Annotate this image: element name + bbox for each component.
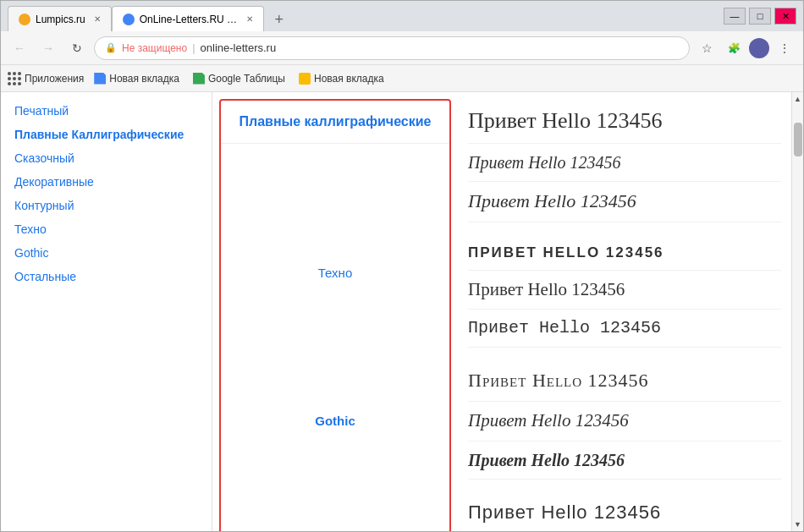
security-text: Не защищено [122,42,187,54]
font-preview-4[interactable]: ПРИВЕТ HELLO 123456 [468,236,781,271]
category-techno[interactable]: Техно [221,254,449,292]
sidebar-item-pechatny[interactable]: Печатный [1,99,212,123]
font-text-gothic2: Привет Hello 123456 [468,409,781,433]
security-icon: 🔒 [105,42,117,53]
sidebar-item-skazochny[interactable]: Сказочный [1,146,212,170]
extensions-button[interactable]: 🧩 [722,36,746,60]
font-text-2: Привет Hello 123456 [468,151,781,174]
scroll-track [792,106,803,518]
menu-button[interactable]: ⋮ [773,36,796,60]
address-actions: ☆ 🧩 ⋮ [695,36,796,60]
font-text-1: Привет Hello 123456 [468,106,781,136]
browser-window: Lumpics.ru ✕ OnLine-Letters.RU - Онлайн … [0,0,804,532]
font-preview-gothic2[interactable]: Привет Hello 123456 [468,402,781,441]
font-preview-dec1[interactable]: Привет Hello 123456 [468,493,781,531]
minimize-button[interactable]: — [724,8,746,25]
apps-button[interactable]: Приложения [8,72,84,85]
doc-icon [94,73,106,85]
tab-online-letters-close[interactable]: ✕ [246,14,253,24]
lumpics-favicon [19,14,30,25]
close-button[interactable]: ✕ [774,8,796,25]
spacer3 [221,440,449,524]
sidebar: Печатный Плавные Каллиграфические Сказоч… [1,92,212,531]
address-input[interactable]: 🔒 Не защищено | online-letters.ru [94,36,690,60]
apps-label: Приложения [25,73,84,85]
font-text-dec1: Привет Hello 123456 [468,500,781,526]
font-preview-3[interactable]: Привет Hello 123456 [468,182,781,222]
category-gothic[interactable]: Gothic [221,402,449,440]
new-tab-button[interactable]: + [267,8,291,31]
font-text-6: Привет Hello 123456 [468,316,781,340]
font-preview-1[interactable]: Привет Hello 123456 [468,99,781,144]
tab-lumpics[interactable]: Lumpics.ru ✕ [8,6,112,31]
section-gap-1 [468,222,781,236]
url-text: online-letters.ru [201,41,277,54]
sidebar-item-dekorativnye[interactable]: Декоративные [1,170,212,194]
font-preview-gothic3[interactable]: Привет Hello 123456 [468,442,781,480]
sidebar-item-techno[interactable]: Техно [1,217,212,241]
scroll-thumb[interactable] [794,123,802,156]
font-preview-6[interactable]: Привет Hello 123456 [468,310,781,348]
category-decorative[interactable]: Декоративные [221,524,449,531]
tab-online-letters[interactable]: OnLine-Letters.RU - Онлайн ген... ✕ [112,6,264,31]
sidebar-item-konturny[interactable]: Контурный [1,194,212,217]
spacer1 [221,144,449,254]
content-area: Печатный Плавные Каллиграфические Сказоч… [1,92,803,531]
font-text-gothic1: Привет Hello 123456 [468,368,781,394]
title-bar: Lumpics.ru ✕ OnLine-Letters.RU - Онлайн … [1,1,803,31]
tab-lumpics-close[interactable]: ✕ [94,14,101,24]
apps-grid-icon [8,72,21,85]
font-text-4: ПРИВЕТ HELLO 123456 [468,243,781,263]
bookmark-sheets[interactable]: Google Таблицы [190,71,289,86]
bookmark-new-tab-label: Новая вкладка [109,73,179,85]
section-gap-2 [468,348,781,361]
reload-button[interactable]: ↻ [65,36,89,60]
sidebar-item-plavnye[interactable]: Плавные Каллиграфические [1,123,212,146]
right-scrollbar[interactable]: ▲ ▼ [791,92,803,531]
font-text-gothic3: Привет Hello 123456 [468,448,781,472]
window-controls: — □ ✕ [724,8,796,25]
preview-panel: Привет Hello 123456 Привет Hello 123456 … [458,92,791,531]
online-letters-favicon [123,14,135,25]
scroll-up-button[interactable]: ▲ [792,92,804,106]
category-plavnye[interactable]: Плавные каллиграфические [221,101,449,144]
sidebar-item-ostalnye[interactable]: Остальные [1,265,212,288]
tab-online-letters-label: OnLine-Letters.RU - Онлайн ген... [140,14,238,25]
bookmark-new-tab2[interactable]: Новая вкладка [295,71,388,86]
category-box: Плавные каллиграфические Техно Gothic Де… [219,99,451,531]
tab-lumpics-label: Lumpics.ru [36,14,85,25]
bookmarks-bar: Приложения Новая вкладка Google Таблицы … [1,65,803,92]
url-separator: | [192,41,195,54]
font-text-5: Привет Hello 123456 [468,277,781,302]
address-bar: ← → ↻ 🔒 Не защищено | online-letters.ru … [1,31,803,65]
spacer2 [221,292,449,402]
forward-button[interactable]: → [36,36,60,60]
maximize-button[interactable]: □ [749,8,771,25]
bookmark-new-tab2-label: Новая вкладка [314,73,384,85]
profile-avatar[interactable] [749,38,769,58]
scroll-down-button[interactable]: ▼ [792,518,804,531]
font-preview-2[interactable]: Привет Hello 123456 [468,144,781,182]
bookmark-sheets-label: Google Таблицы [208,73,285,85]
font-preview-5[interactable]: Привет Hello 123456 [468,271,781,310]
bookmark-new-tab[interactable]: Новая вкладка [91,71,183,86]
sheets-icon [193,73,205,85]
font-text-3: Привет Hello 123456 [468,189,781,215]
font-preview-gothic1[interactable]: Привет Hello 123456 [468,361,781,402]
categories-panel: Плавные каллиграфические Техно Gothic Де… [212,92,458,531]
bookmark-star-button[interactable]: ☆ [695,36,719,60]
photo-icon [299,73,311,85]
sidebar-item-gothic[interactable]: Gothic [1,241,212,265]
back-button[interactable]: ← [8,36,31,60]
section-gap-3 [468,480,781,493]
